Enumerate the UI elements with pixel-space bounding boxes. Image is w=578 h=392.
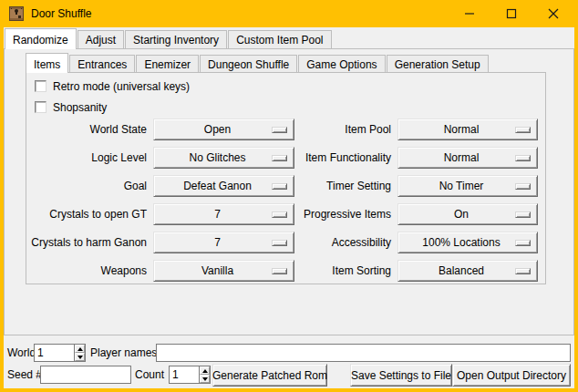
count-input[interactable]	[169, 366, 199, 384]
item-pool-label: Item Pool	[301, 123, 391, 136]
tab-starting-inventory[interactable]: Starting Inventory	[125, 30, 227, 48]
tab-custom-item-pool[interactable]: Custom Item Pool	[228, 30, 331, 48]
item-sorting-label: Item Sorting	[301, 264, 391, 277]
arrow-up-icon	[202, 369, 208, 373]
count-spin-buttons	[199, 366, 211, 384]
client-area: Randomize Adjust Starting Inventory Cust…	[4, 27, 574, 388]
progressive-items-label: Progressive Items	[301, 208, 391, 221]
titlebar: Door Shuffle	[0, 0, 578, 27]
tab-entrances[interactable]: Entrances	[69, 55, 135, 72]
goal-label: Goal	[30, 180, 147, 192]
tab-game-options[interactable]: Game Options	[298, 55, 385, 72]
count-spin-up-button[interactable]	[200, 366, 210, 375]
tab-randomize[interactable]: Randomize	[5, 28, 77, 49]
dropdown-indicator-icon	[272, 240, 287, 246]
goal-dropdown[interactable]: Defeat Ganon	[153, 175, 294, 197]
item-pool-dropdown[interactable]: Normal	[397, 119, 538, 140]
timer-setting-dropdown[interactable]: No Timer	[397, 175, 538, 197]
worlds-spin-buttons	[74, 344, 86, 362]
crystals-ganon-label: Crystals to harm Ganon	[30, 236, 147, 249]
tab-items[interactable]: Items	[26, 53, 68, 73]
retro-mode-label: Retro mode (universal keys)	[53, 80, 190, 93]
tab-dungeon-shuffle[interactable]: Dungeon Shuffle	[200, 55, 297, 72]
retro-mode-checkbox-row[interactable]: Retro mode (universal keys)	[35, 79, 190, 93]
window: Door Shuffle Randomize Adjust Starting I…	[0, 0, 578, 392]
generate-patched-rom-button[interactable]: Generate Patched Rom	[212, 364, 327, 387]
tab-generation-setup[interactable]: Generation Setup	[387, 55, 489, 72]
dropdown-indicator-icon	[515, 183, 531, 190]
randomize-pane: Items Entrances Enemizer Dungeon Shuffle…	[4, 48, 574, 335]
main-tab-bar: Randomize Adjust Starting Inventory Cust…	[5, 27, 333, 48]
worlds-input[interactable]	[34, 344, 74, 362]
dropdown-indicator-icon	[272, 155, 287, 161]
minimize-icon	[464, 8, 475, 19]
dropdown-indicator-icon	[515, 268, 531, 274]
accessibility-label: Accessibility	[301, 236, 391, 249]
crystals-ganon-dropdown[interactable]: 7	[153, 232, 294, 253]
door-icon	[9, 6, 24, 21]
logic-level-label: Logic Level	[30, 151, 147, 164]
weapons-label: Weapons	[30, 264, 147, 277]
maximize-icon	[506, 8, 517, 19]
settings-form: World State Open Item Pool Normal Logic …	[30, 119, 538, 282]
open-output-directory-button[interactable]: Open Output Directory	[452, 364, 571, 387]
close-button[interactable]	[532, 0, 574, 27]
weapons-dropdown[interactable]: Vanilla	[153, 260, 294, 282]
shopsanity-checkbox-row[interactable]: Shopsanity	[35, 100, 107, 114]
dropdown-indicator-icon	[515, 127, 531, 133]
dropdown-indicator-icon	[272, 268, 287, 274]
world-state-dropdown[interactable]: Open	[153, 119, 294, 140]
minimize-button[interactable]	[449, 0, 490, 27]
crystals-gt-dropdown[interactable]: 7	[153, 203, 294, 225]
maximize-button[interactable]	[490, 0, 532, 27]
worlds-spinbox	[34, 344, 86, 362]
count-spinbox	[169, 366, 211, 384]
arrow-down-icon	[77, 356, 83, 359]
dropdown-indicator-icon	[272, 211, 287, 218]
seed-input[interactable]	[40, 366, 131, 384]
player-names-input[interactable]	[156, 344, 571, 362]
close-icon	[548, 8, 559, 19]
arrow-up-icon	[77, 347, 83, 351]
window-title: Door Shuffle	[31, 7, 92, 20]
shopsanity-label: Shopsanity	[53, 101, 107, 114]
player-names-label: Player names	[90, 344, 157, 362]
save-settings-button[interactable]: Save Settings to File	[350, 364, 452, 387]
timer-setting-label: Timer Setting	[301, 180, 391, 192]
world-state-label: World State	[30, 123, 147, 136]
sub-tab-bar: Items Entrances Enemizer Dungeon Shuffle…	[26, 52, 490, 72]
caption-buttons	[449, 0, 574, 27]
dropdown-indicator-icon	[272, 183, 287, 190]
shopsanity-checkbox[interactable]	[35, 101, 46, 113]
item-sorting-dropdown[interactable]: Balanced	[397, 260, 538, 282]
item-functionality-label: Item Functionality	[301, 151, 391, 164]
tab-adjust[interactable]: Adjust	[77, 30, 124, 48]
accessibility-dropdown[interactable]: 100% Locations	[397, 232, 538, 253]
dropdown-indicator-icon	[515, 155, 531, 161]
count-label: Count	[135, 366, 164, 384]
crystals-gt-label: Crystals to open GT	[30, 208, 147, 221]
worlds-spin-up-button[interactable]	[75, 345, 85, 353]
items-pane: Retro mode (universal keys) Shopsanity W…	[26, 72, 546, 284]
dropdown-indicator-icon	[515, 211, 531, 218]
arrow-down-icon	[202, 377, 208, 381]
dropdown-indicator-icon	[515, 240, 531, 246]
tab-enemizer[interactable]: Enemizer	[136, 55, 199, 72]
dropdown-indicator-icon	[272, 127, 287, 133]
item-functionality-dropdown[interactable]: Normal	[397, 147, 538, 169]
seed-label: Seed #	[7, 366, 42, 384]
logic-level-dropdown[interactable]: No Glitches	[153, 147, 294, 169]
progressive-items-dropdown[interactable]: On	[397, 203, 538, 225]
retro-mode-checkbox[interactable]	[35, 80, 46, 92]
worlds-spin-down-button[interactable]	[75, 353, 85, 361]
count-spin-down-button[interactable]	[200, 375, 210, 383]
